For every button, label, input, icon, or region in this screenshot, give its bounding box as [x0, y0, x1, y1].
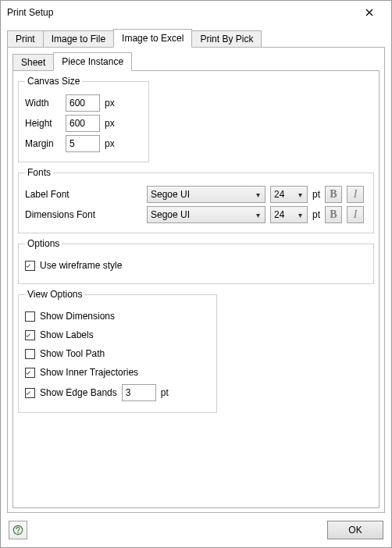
dims-font-italic-button[interactable]: I	[347, 206, 364, 223]
chevron-down-icon: ▾	[296, 190, 304, 199]
dialog-footer: OK	[1, 513, 391, 547]
chevron-down-icon: ▾	[296, 211, 304, 219]
show-tool-path-checkbox[interactable]	[25, 349, 35, 359]
show-tool-path-label: Show Tool Path	[40, 348, 105, 359]
tab-print[interactable]: Print	[7, 30, 44, 48]
sub-tabbar: Sheet Piece Instance	[12, 52, 380, 71]
fonts-group: Fonts Label Font Segoe UI ▾ 24 ▾ pt B	[18, 167, 374, 233]
dims-font-value: Segoe UI	[151, 209, 190, 220]
tab-image-to-excel[interactable]: Image to Excel	[113, 29, 192, 48]
subtab-piece-instance[interactable]: Piece Instance	[53, 52, 132, 71]
window-title: Print Setup	[7, 7, 354, 18]
view-options-legend: View Options	[25, 289, 84, 300]
height-label: Height	[25, 118, 61, 129]
close-icon	[365, 9, 373, 16]
show-labels-checkbox[interactable]	[25, 330, 35, 340]
show-edge-bands-input[interactable]	[122, 384, 156, 401]
fonts-legend: Fonts	[25, 167, 53, 178]
help-icon	[12, 525, 23, 536]
dims-font-label: Dimensions Font	[25, 209, 142, 220]
sub-tabpanel: Canvas Size Width px Height px Margin	[12, 70, 380, 508]
label-font-bold-button[interactable]: B	[325, 186, 342, 203]
dims-font-size-combo[interactable]: 24 ▾	[270, 206, 308, 223]
svg-point-3	[17, 532, 19, 533]
canvas-size-legend: Canvas Size	[25, 76, 82, 87]
titlebar: Print Setup	[1, 1, 391, 24]
close-button[interactable]	[354, 2, 385, 23]
margin-label: Margin	[25, 138, 61, 149]
show-dimensions-label: Show Dimensions	[40, 311, 115, 322]
dims-font-size-value: 24	[274, 209, 284, 220]
show-edge-bands-unit: pt	[161, 387, 169, 398]
height-input[interactable]	[66, 115, 100, 132]
label-font-label: Label Font	[25, 189, 142, 200]
chevron-down-icon: ▾	[254, 190, 262, 199]
subtab-sheet[interactable]: Sheet	[12, 54, 54, 71]
chevron-down-icon: ▾	[254, 211, 262, 219]
show-edge-bands-label: Show Edge Bands	[40, 387, 117, 398]
show-inner-traj-checkbox[interactable]	[25, 368, 35, 378]
print-setup-window: Print Setup Print Image to File Image to…	[0, 0, 392, 548]
width-unit: px	[105, 98, 115, 109]
dialog-content: Print Image to File Image to Excel Print…	[1, 24, 391, 513]
ok-button[interactable]: OK	[327, 521, 383, 539]
dims-font-bold-button[interactable]: B	[325, 206, 342, 223]
main-tabbar: Print Image to File Image to Excel Print…	[7, 29, 385, 48]
tab-print-by-pick[interactable]: Print By Pick	[191, 30, 262, 48]
width-label: Width	[25, 98, 61, 109]
height-unit: px	[105, 118, 115, 129]
options-legend: Options	[25, 238, 62, 249]
label-font-size-combo[interactable]: 24 ▾	[270, 186, 308, 203]
view-options-group: View Options Show Dimensions Show Labels	[18, 289, 217, 413]
main-tabpanel: Sheet Piece Instance Canvas Size Width p…	[7, 47, 385, 513]
help-button[interactable]	[9, 521, 27, 539]
dims-font-unit: pt	[312, 209, 320, 220]
label-font-combo[interactable]: Segoe UI ▾	[147, 186, 265, 203]
show-inner-traj-label: Show Inner Trajectories	[40, 367, 138, 378]
canvas-size-group: Canvas Size Width px Height px Margin	[18, 76, 149, 162]
tab-image-to-file[interactable]: Image to File	[43, 30, 114, 48]
margin-input[interactable]	[66, 135, 100, 152]
show-labels-label: Show Labels	[40, 329, 94, 340]
label-font-unit: pt	[312, 189, 320, 200]
wireframe-label: Use wireframe style	[40, 260, 122, 271]
width-input[interactable]	[66, 94, 100, 112]
show-dimensions-checkbox[interactable]	[25, 311, 35, 322]
dims-font-combo[interactable]: Segoe UI ▾	[147, 206, 265, 223]
label-font-size-value: 24	[274, 189, 284, 200]
label-font-value: Segoe UI	[151, 189, 190, 200]
options-group: Options Use wireframe style	[18, 238, 374, 284]
show-edge-bands-checkbox[interactable]	[25, 388, 35, 398]
wireframe-checkbox[interactable]	[25, 261, 35, 271]
margin-unit: px	[105, 138, 115, 149]
label-font-italic-button[interactable]: I	[347, 186, 364, 203]
